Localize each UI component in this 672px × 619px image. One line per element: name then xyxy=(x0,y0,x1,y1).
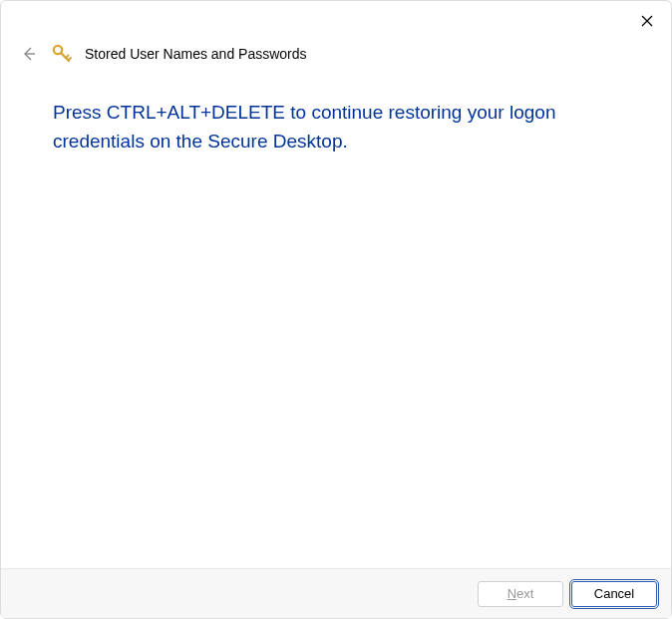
dialog-title: Stored User Names and Passwords xyxy=(85,46,307,62)
back-button[interactable] xyxy=(19,44,39,64)
next-label-rest: ext xyxy=(516,586,533,601)
dialog-window: Stored User Names and Passwords Press CT… xyxy=(0,0,672,619)
arrow-left-icon xyxy=(20,45,38,63)
next-mnemonic: N xyxy=(507,586,516,601)
cancel-label: Cancel xyxy=(594,586,634,601)
key-icon xyxy=(51,43,73,65)
svg-line-5 xyxy=(66,56,69,59)
cancel-button[interactable]: Cancel xyxy=(571,581,657,607)
instruction-text: Press CTRL+ALT+DELETE to continue restor… xyxy=(53,99,619,155)
close-icon xyxy=(641,15,653,27)
dialog-header: Stored User Names and Passwords xyxy=(1,1,671,65)
close-button[interactable] xyxy=(637,11,657,31)
next-button: Next xyxy=(478,581,563,607)
dialog-footer: Next Cancel xyxy=(1,568,671,618)
svg-line-6 xyxy=(69,58,72,61)
dialog-content: Press CTRL+ALT+DELETE to continue restor… xyxy=(1,65,671,568)
